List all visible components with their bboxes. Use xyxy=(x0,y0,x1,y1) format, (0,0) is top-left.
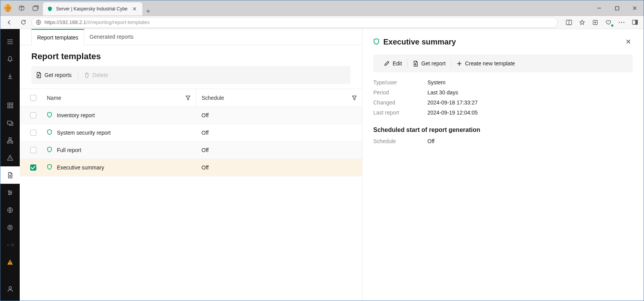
svg-point-25 xyxy=(9,286,11,289)
svg-rect-14 xyxy=(7,121,12,124)
site-info-icon[interactable] xyxy=(36,19,41,25)
create-template-button[interactable]: Create new template xyxy=(451,58,520,69)
svg-point-18 xyxy=(9,190,10,192)
get-reports-button[interactable]: Get reports xyxy=(36,72,72,78)
new-tab-button[interactable]: ＋ xyxy=(142,6,154,15)
label-changed: Changed xyxy=(373,99,427,106)
row-name: Executive summary xyxy=(57,164,104,171)
nav-back-button[interactable] xyxy=(3,17,15,28)
wellbeing-icon[interactable] xyxy=(603,17,614,28)
label-schedule: Schedule xyxy=(373,138,427,144)
workspaces-icon[interactable] xyxy=(18,5,25,12)
shield-icon xyxy=(47,164,53,171)
list-toolbar: Get reports Delete xyxy=(31,66,350,84)
tab-generated-reports[interactable]: Generated reports xyxy=(84,29,139,45)
nav-notifications-icon[interactable] xyxy=(0,50,20,68)
row-schedule: Off xyxy=(202,130,208,136)
favorites-icon[interactable] xyxy=(576,17,588,28)
toolbar-divider xyxy=(78,71,78,79)
value-changed: 2024-09-18 17:33:27 xyxy=(427,99,633,106)
svg-rect-11 xyxy=(11,103,13,105)
table-row[interactable]: Inventory report Off xyxy=(20,107,362,124)
nav-alerts-icon[interactable] xyxy=(0,149,20,166)
get-reports-label: Get reports xyxy=(44,72,72,78)
nav-download-icon[interactable] xyxy=(0,68,20,85)
details-title: Executive summary xyxy=(383,38,456,46)
shield-icon xyxy=(47,129,53,136)
close-details-button[interactable]: ✕ xyxy=(624,36,633,48)
app-sidenav: ← □ xyxy=(0,29,20,301)
nav-dashboard-icon[interactable] xyxy=(0,97,20,114)
row-name: Full report xyxy=(57,147,81,153)
tab-report-templates[interactable]: Report templates xyxy=(31,29,84,45)
svg-rect-16 xyxy=(7,142,9,143)
select-all-checkbox[interactable] xyxy=(30,95,36,101)
split-screen-icon[interactable] xyxy=(563,17,575,28)
get-report-button[interactable]: Get report xyxy=(408,58,451,69)
details-action-bar: Edit Get report Create new template xyxy=(373,55,633,72)
row-schedule: Off xyxy=(202,164,208,171)
table-row[interactable]: Full report Off xyxy=(20,142,362,159)
row-checkbox[interactable] xyxy=(30,164,36,171)
more-menu-icon[interactable] xyxy=(616,17,627,28)
page-title: Report templates xyxy=(20,45,362,66)
label-type-user: Type/user xyxy=(373,79,427,86)
nav-settings-icon[interactable] xyxy=(0,184,20,201)
browser-tab[interactable]: Server | Kaspersky Industrial Cybe ✕ xyxy=(43,2,142,15)
svg-rect-1 xyxy=(615,7,619,10)
filter-schedule-icon[interactable] xyxy=(352,96,357,100)
address-field[interactable]: https://192.168.2.1/#/reporting/report-t… xyxy=(31,17,558,28)
sidebar-toggle-icon[interactable] xyxy=(629,17,641,28)
section-schedule-heading: Scheduled start of report generation xyxy=(373,127,633,133)
nav-network-icon[interactable] xyxy=(0,201,20,219)
table-row[interactable]: Executive summary Off xyxy=(20,159,362,176)
collections-icon[interactable] xyxy=(589,17,601,28)
report-table: Name Schedule Inventory report xyxy=(20,89,362,176)
col-name-label: Name xyxy=(47,95,61,101)
window-close-button[interactable] xyxy=(626,0,644,16)
nav-menu-icon[interactable] xyxy=(0,33,20,50)
svg-point-19 xyxy=(11,192,12,193)
svg-point-22 xyxy=(8,225,12,230)
get-report-label: Get report xyxy=(421,60,446,67)
filter-name-icon[interactable] xyxy=(186,96,190,100)
nav-collapse-icon[interactable]: ← □ xyxy=(0,236,20,253)
left-pane: Report templates Generated reports Repor… xyxy=(20,29,362,301)
row-name: System security report xyxy=(57,130,111,136)
row-checkbox[interactable] xyxy=(30,130,36,136)
shield-icon xyxy=(47,147,53,154)
value-last-report: 2024-09-19 12:04:05 xyxy=(427,109,633,116)
row-schedule: Off xyxy=(202,147,208,153)
tab-overview-icon[interactable] xyxy=(32,5,39,12)
table-row[interactable]: System security report Off xyxy=(20,124,362,142)
edit-button[interactable]: Edit xyxy=(379,58,407,69)
nav-refresh-button[interactable] xyxy=(17,17,29,28)
row-checkbox[interactable] xyxy=(30,147,36,153)
table-header: Name Schedule xyxy=(20,89,362,107)
nav-user-icon[interactable] xyxy=(0,280,20,298)
nav-reports-icon[interactable] xyxy=(0,166,20,184)
tab-close-icon[interactable]: ✕ xyxy=(131,6,138,12)
browser-tab-title: Server | Kaspersky Industrial Cybe xyxy=(56,6,128,12)
edit-label: Edit xyxy=(393,60,402,67)
create-template-label: Create new template xyxy=(465,60,515,67)
svg-rect-17 xyxy=(11,142,13,143)
row-checkbox[interactable] xyxy=(30,112,36,118)
svg-point-24 xyxy=(10,263,10,264)
delete-label: Delete xyxy=(92,72,108,78)
shield-icon xyxy=(47,112,53,119)
svg-rect-0 xyxy=(33,7,38,10)
svg-rect-15 xyxy=(9,138,11,139)
window-maximize-button[interactable] xyxy=(608,0,626,16)
nav-devices-icon[interactable] xyxy=(0,114,20,132)
app-ball-icon xyxy=(4,5,11,12)
value-period: Last 30 days xyxy=(427,89,633,96)
window-minimize-button[interactable] xyxy=(590,0,608,16)
label-period: Period xyxy=(373,89,427,96)
nav-warning-icon[interactable] xyxy=(0,253,20,271)
nav-topology-icon[interactable] xyxy=(0,132,20,149)
svg-point-5 xyxy=(619,22,620,23)
tab-nav: Report templates Generated reports xyxy=(20,29,362,45)
value-type-user: System xyxy=(427,79,633,86)
nav-target-icon[interactable] xyxy=(0,219,20,236)
